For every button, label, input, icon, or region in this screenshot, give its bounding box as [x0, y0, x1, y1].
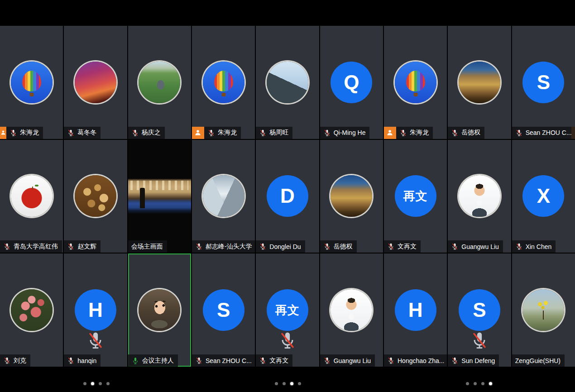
mic-muted-icon [3, 357, 11, 364]
participant-tile[interactable]: 葛冬冬 [64, 26, 127, 139]
participant-name: 杨庆之 [142, 129, 161, 137]
mic-muted-icon [10, 129, 17, 137]
page-dot-active[interactable] [290, 382, 293, 385]
participant-tile[interactable]: 杨周旺 [256, 26, 319, 139]
participant-name: 刘克 [14, 357, 26, 365]
user-badge-icon [384, 127, 396, 139]
avatar [459, 62, 500, 103]
page-dot[interactable] [275, 382, 278, 385]
avatar [267, 62, 308, 103]
participant-tile[interactable]: D Donglei Du [256, 140, 319, 253]
participant-tile[interactable]: S Sun Defeng [448, 253, 511, 367]
name-label-row: 杨周旺 [256, 127, 292, 139]
page-dot[interactable] [283, 382, 286, 385]
avatar [522, 289, 564, 331]
name-bar: Hongchao Zha... [384, 354, 447, 367]
participant-tile[interactable]: 杨庆之 [128, 26, 191, 139]
participant-tile[interactable]: 刘克 [0, 253, 63, 367]
mic-muted-icon [67, 243, 75, 250]
participant-tile[interactable]: 青岛大学高红伟 [0, 140, 63, 253]
page-dot[interactable] [99, 382, 102, 385]
avatar [11, 62, 53, 103]
name-bar: 赵文辉 [64, 240, 101, 253]
mic-muted-icon [451, 243, 459, 250]
mic-muted-icon [323, 357, 331, 364]
name-bar: Qi-Ming He [320, 127, 370, 139]
name-bar: ZengGuie(SHU) [512, 354, 565, 367]
page-dot-active[interactable] [91, 382, 94, 385]
participant-tile[interactable]: 郝志峰-汕头大学 [192, 140, 255, 253]
name-bar: Donglei Du [256, 240, 305, 253]
mic-muted-icon [195, 243, 203, 250]
participant-name: Guangwu Liu [461, 243, 499, 250]
participant-name: 文再文 [269, 357, 288, 365]
conference-room-video [128, 179, 191, 214]
participant-tile[interactable]: ZengGuie(SHU) [512, 253, 575, 367]
participant-tile[interactable]: 岳德权 [320, 140, 383, 253]
avatar: S [459, 289, 500, 331]
page-dot[interactable] [474, 382, 477, 385]
participant-name: 文再文 [398, 243, 417, 251]
name-label-row: Qi-Ming He [320, 127, 370, 139]
avatar [459, 175, 500, 217]
name-label-row: Sean ZHOU C... [512, 127, 575, 139]
name-label-row: Guangwu Liu [448, 240, 503, 253]
name-bar: Sun Defeng [448, 354, 499, 367]
balloon-basket [413, 93, 417, 96]
name-label-row: 朱海龙 [192, 127, 241, 139]
participant-name: 朱海龙 [218, 129, 237, 137]
page-dot[interactable] [298, 382, 301, 385]
participant-tile[interactable]: 朱海龙 [192, 26, 255, 139]
participant-tile[interactable]: 再文 文再文 [256, 253, 319, 367]
name-label-row: 朱海龙 [384, 127, 433, 139]
standing-person [140, 188, 145, 208]
participant-tile[interactable]: 再文 文再文 [384, 140, 447, 253]
participant-tile[interactable]: H Hongchao Zha... [384, 253, 447, 367]
participant-tile[interactable]: Q Qi-Ming He [320, 26, 383, 139]
mic-muted-below-icon [278, 330, 297, 352]
participant-tile[interactable]: 赵文辉 [64, 140, 127, 253]
name-label-row: 文再文 [384, 240, 421, 253]
participant-tile[interactable]: 岳德权 [448, 26, 511, 139]
name-label-row: 岳德权 [448, 127, 484, 139]
meeting-grid: 朱海龙 葛冬冬 杨庆之 [0, 26, 575, 367]
page-dot[interactable] [481, 382, 484, 385]
mic-muted-icon [259, 357, 267, 364]
name-bar: Guangwu Liu [320, 354, 375, 367]
avatar: Q [331, 62, 372, 103]
participant-tile[interactable]: S Sean ZHOU C... [512, 26, 575, 139]
page-dot[interactable] [106, 382, 110, 385]
avatar [139, 62, 180, 103]
participant-name: Qi-Ming He [334, 129, 366, 136]
balloon-basket [29, 93, 34, 96]
participant-tile[interactable]: 朱海龙 [0, 26, 63, 139]
page-dot[interactable] [83, 382, 86, 385]
page-dot[interactable] [466, 382, 469, 385]
participant-tile[interactable]: 会议主持人 [128, 253, 191, 367]
participant-name: Donglei Du [269, 243, 301, 250]
participant-tile[interactable]: Guangwu Liu [448, 140, 511, 253]
name-label-row: Sean ZHOU C... [192, 354, 255, 367]
mic-muted-below-icon [86, 330, 105, 352]
avatar [331, 175, 372, 217]
participant-tile[interactable]: 朱海龙 [384, 26, 447, 139]
participant-name: Sean ZHOU C... [526, 129, 572, 136]
participant-name: 会议主持人 [142, 357, 174, 365]
participant-name: Xin Chen [526, 243, 552, 250]
participant-tile[interactable]: X Xin Chen [512, 140, 575, 253]
name-label-row: 葛冬冬 [64, 127, 101, 139]
participant-tile[interactable]: 会场主画面 [128, 140, 191, 253]
mic-muted-icon [323, 129, 331, 137]
avatar: S [203, 289, 244, 331]
participant-tile[interactable]: H hanqin [64, 253, 127, 367]
participant-tile[interactable]: S Sean ZHOU C... [192, 253, 255, 367]
user-badge-icon [0, 127, 6, 139]
name-bar: 葛冬冬 [64, 127, 101, 139]
participant-name: Guangwu Liu [334, 357, 371, 364]
page-dot-active[interactable] [489, 382, 492, 385]
participant-tile[interactable]: Guangwu Liu [320, 253, 383, 367]
mic-muted-icon [67, 357, 75, 364]
avatar: 再文 [267, 289, 308, 331]
mic-muted-icon [207, 129, 215, 137]
name-bar: 朱海龙 [396, 127, 433, 139]
